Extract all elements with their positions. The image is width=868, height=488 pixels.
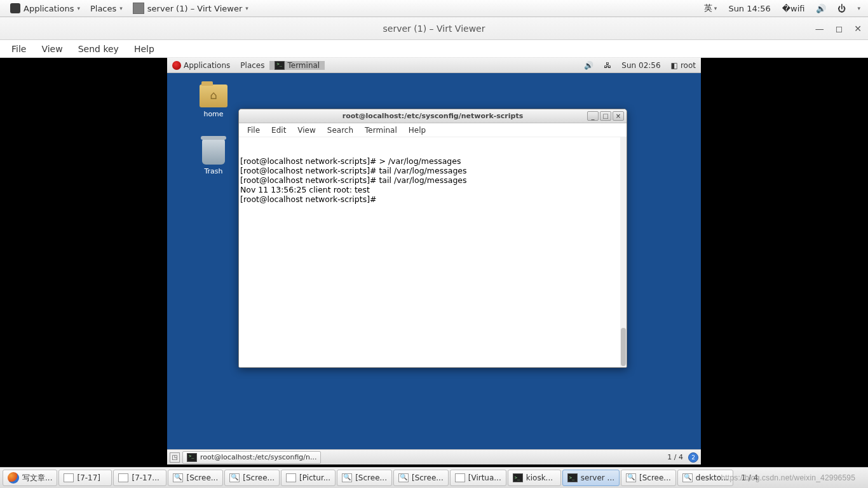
taskbar-item-label: [7-17... <box>132 473 159 482</box>
term-icon <box>567 473 578 482</box>
taskbar-item-label: [Pictur... <box>299 473 330 482</box>
ff-icon <box>8 472 19 484</box>
virt-viewer-title: server (1) – Virt Viewer <box>383 24 485 34</box>
terminal-close-button[interactable]: × <box>613 111 624 121</box>
show-desktop-button[interactable]: ◳ <box>170 452 180 463</box>
workspace-badge[interactable]: 2 <box>688 452 698 463</box>
vv-menu-view[interactable]: View <box>34 43 70 55</box>
trash-icon <box>202 139 225 165</box>
host-taskbar-item[interactable]: deskto... <box>677 470 733 486</box>
term-menu-terminal[interactable]: Terminal <box>359 125 403 136</box>
host-taskbar-item[interactable]: [7-17... <box>113 470 166 486</box>
guest-task-terminal[interactable]: Terminal <box>269 61 325 70</box>
host-taskbar-item[interactable]: [Scree... <box>337 470 392 486</box>
terminal-icon <box>187 453 197 462</box>
term-menu-edit[interactable]: Edit <box>266 125 292 136</box>
taskbar-item-label: [Scree... <box>186 473 218 482</box>
terminal-line: [root@localhost network-scripts]# tail /… <box>240 175 625 185</box>
host-active-window-menu[interactable]: server (1) – Virt Viewer▾ <box>128 3 254 14</box>
mag-icon <box>682 473 693 482</box>
doc-icon <box>118 473 128 482</box>
host-taskbar-item[interactable]: [Scree... <box>168 470 223 486</box>
terminal-minimize-button[interactable]: _ <box>587 111 599 121</box>
scrollbar-thumb[interactable] <box>621 328 626 366</box>
taskbar-item-label: [Scree... <box>412 473 444 482</box>
host-clock[interactable]: Sun 14:56 <box>726 4 773 13</box>
virt-viewer-titlebar[interactable]: server (1) – Virt Viewer — ◻ ✕ <box>0 17 868 40</box>
host-network-icon[interactable]: �wifi <box>780 4 808 13</box>
host-taskbar-item[interactable]: kiosk... <box>508 470 561 486</box>
vv-menu-help[interactable]: Help <box>126 43 162 55</box>
desktop-home-icon[interactable]: home <box>191 85 236 118</box>
taskbar-item-label: [Scree... <box>639 473 671 482</box>
guest-volume-icon[interactable]: 🔊 <box>579 61 599 70</box>
window-close-button[interactable]: ✕ <box>854 24 862 34</box>
host-places-menu[interactable]: Places▾ <box>85 4 128 13</box>
terminal-output[interactable]: [root@localhost network-scripts]# > /var… <box>239 137 627 367</box>
folder-icon <box>200 85 227 107</box>
host-volume-icon[interactable]: 🔊 <box>813 4 829 13</box>
terminal-maximize-button[interactable]: □ <box>600 111 611 121</box>
host-taskbar: 写文章...[7-17][7-17...[Scree...[Scree...[P… <box>0 467 868 488</box>
window-maximize-button[interactable]: ◻ <box>836 24 843 34</box>
terminal-window[interactable]: root@localhost:/etc/sysconfig/network-sc… <box>238 109 627 368</box>
guest-taskbar-terminal[interactable]: root@localhost:/etc/sysconfig/n... <box>182 451 321 464</box>
desktop-icon-label: Trash <box>191 167 236 175</box>
term-menu-help[interactable]: Help <box>403 125 431 136</box>
host-ime-indicator[interactable]: 英▾ <box>702 3 720 14</box>
host-taskbar-item[interactable]: [Virtua... <box>450 470 506 486</box>
host-taskbar-item[interactable]: server ... <box>562 470 620 486</box>
terminal-menubar: File Edit View Search Terminal Help <box>239 123 627 137</box>
workspace-indicator[interactable]: 1 / 4 <box>667 453 683 461</box>
guest-user-menu[interactable]: ◧ root <box>666 61 701 70</box>
term-menu-view[interactable]: View <box>292 125 321 136</box>
host-power-icon[interactable]: ⏻ <box>835 4 848 13</box>
mag-icon <box>342 473 352 482</box>
host-taskbar-item[interactable]: [Scree... <box>621 470 676 486</box>
taskbar-item-label: [7-17] <box>77 473 100 482</box>
terminal-scrollbar[interactable] <box>620 137 627 367</box>
guest-network-icon[interactable]: 🖧 <box>599 61 616 70</box>
host-pager[interactable]: 1 / 4 <box>737 473 762 482</box>
virt-viewer-menubar: File View Send key Help <box>0 40 868 58</box>
term-menu-file[interactable]: File <box>241 125 266 136</box>
virt-viewer-app-icon <box>133 3 144 14</box>
host-taskbar-item[interactable]: [Pictur... <box>281 470 336 486</box>
term-icon <box>513 473 523 482</box>
host-taskbar-item[interactable]: [7-17] <box>58 470 112 486</box>
gnome-foot-icon <box>10 3 20 13</box>
terminal-titlebar[interactable]: root@localhost:/etc/sysconfig/network-sc… <box>239 109 627 123</box>
taskbar-item-label: deskto... <box>696 473 728 482</box>
guest-clock[interactable]: Sun 02:56 <box>616 61 665 70</box>
terminal-line: [root@localhost network-scripts]# <box>240 194 625 204</box>
desktop-trash-icon[interactable]: Trash <box>191 139 236 175</box>
window-minimize-button[interactable]: — <box>815 24 824 34</box>
terminal-icon <box>275 61 285 70</box>
mag-icon <box>229 473 240 482</box>
guest-desktop[interactable]: Applications Places Terminal 🔊 🖧 Sun 02:… <box>167 58 701 464</box>
taskbar-item-label: [Scree... <box>355 473 387 482</box>
host-taskbar-item[interactable]: [Scree... <box>224 470 280 486</box>
term-menu-search[interactable]: Search <box>322 125 359 136</box>
guest-places-menu[interactable]: Places <box>235 61 269 70</box>
terminal-line: [root@localhost network-scripts]# tail /… <box>240 166 625 175</box>
taskbar-item-label: kiosk... <box>526 473 553 482</box>
doc-icon <box>286 473 296 482</box>
doc-icon <box>64 473 74 482</box>
vv-menu-file[interactable]: File <box>4 43 34 55</box>
vv-menu-sendkey[interactable]: Send key <box>71 43 126 55</box>
taskbar-item-label: 写文章... <box>22 473 52 484</box>
taskbar-item-label: root@localhost:/etc/sysconfig/n... <box>200 453 316 461</box>
host-taskbar-item[interactable]: 写文章... <box>3 470 57 486</box>
terminal-line: Nov 11 13:56:25 client root: test <box>240 185 625 194</box>
mag-icon <box>173 473 183 482</box>
guest-viewport: Applications Places Terminal 🔊 🖧 Sun 02:… <box>0 58 868 467</box>
guest-applications-menu[interactable]: Applications <box>167 61 235 70</box>
mag-icon <box>626 473 636 482</box>
host-taskbar-item[interactable]: [Scree... <box>393 470 449 486</box>
host-user-menu-caret[interactable]: ▾ <box>855 5 863 11</box>
host-applications-menu[interactable]: Applications▾ <box>5 3 85 13</box>
host-top-panel: Applications▾ Places▾ server (1) – Virt … <box>0 0 868 17</box>
mag-icon <box>398 473 409 482</box>
vb-icon <box>455 473 465 482</box>
